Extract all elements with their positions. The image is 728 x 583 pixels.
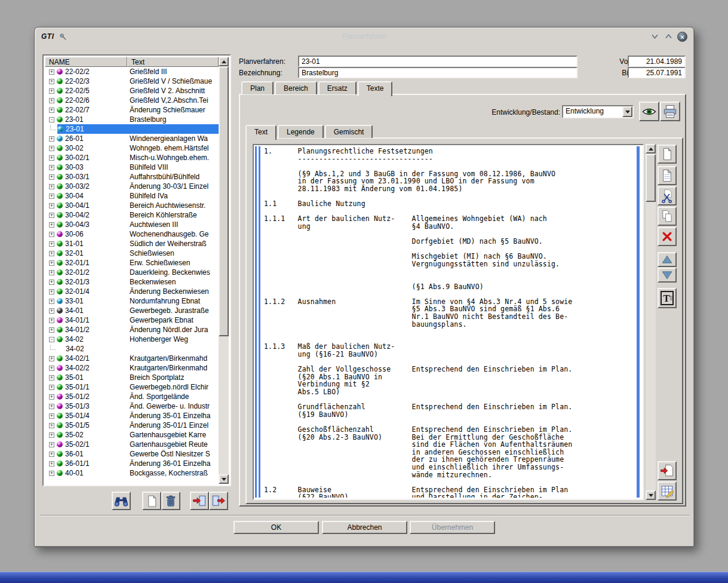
cut-button[interactable]	[658, 186, 677, 205]
expand-icon[interactable]: +	[49, 108, 54, 113]
expand-icon[interactable]: +	[49, 423, 54, 428]
tree-item-34-02[interactable]: -34-02Hohenberger Weg	[45, 335, 219, 344]
expand-icon[interactable]: +	[49, 69, 54, 75]
tree-item-35-01/4[interactable]: +35-01/4Änderung 35-01 Einzelha	[45, 411, 219, 421]
chevron-down-icon[interactable]	[622, 106, 632, 117]
subtab-text[interactable]: Text	[245, 125, 277, 140]
scroll-down-icon[interactable]	[219, 474, 229, 484]
tree-item-36-01/1[interactable]: +36-01/1Änderung 36-01 Einzelha	[45, 459, 219, 468]
tree-item-34-01/2[interactable]: +34-01/2Änderung Nördl.der Jura	[45, 325, 219, 335]
tab-bereich[interactable]: Bereich	[275, 81, 317, 94]
expand-icon[interactable]: +	[49, 136, 54, 142]
expand-icon[interactable]: +	[49, 79, 54, 84]
import-plan-button[interactable]	[190, 492, 209, 510]
tree-header-text[interactable]: Text	[127, 57, 219, 67]
expand-icon[interactable]: +	[49, 194, 54, 199]
load-text-module-button[interactable]	[658, 461, 677, 480]
tree-item-30-04[interactable]: +30-04Bühlfeld IVa	[45, 191, 219, 201]
tree-item-31-01[interactable]: +31-01Südlich der Weiherstraß	[45, 239, 219, 248]
tree-item-22-02/6[interactable]: +22-02/6Grießfeld V,2.Abschn.Tei	[45, 96, 219, 105]
close-icon[interactable]: ×	[677, 32, 687, 42]
delete-plan-button[interactable]	[161, 492, 180, 510]
delete-text-button[interactable]	[658, 227, 677, 246]
tree-item-32-01/2[interactable]: +32-01/2Dauerkleing. Beckenwies	[45, 268, 219, 277]
copy-button[interactable]	[658, 207, 677, 226]
tree-item-32-01/1[interactable]: +32-01/1Erw. Schießwiesen	[45, 258, 219, 268]
expand-icon[interactable]: +	[49, 222, 54, 228]
tree-item-30-03/1[interactable]: +30-03/1Auffahrstbühl/Bühlfeld	[45, 172, 219, 182]
move-up-button[interactable]	[658, 252, 677, 267]
expand-icon[interactable]: +	[49, 404, 54, 409]
expand-icon[interactable]: +	[49, 88, 54, 94]
tree-item-35-01[interactable]: +35-01Breich Sportplatz	[45, 373, 219, 382]
planverfahren-input[interactable]	[298, 56, 578, 67]
expand-icon[interactable]: +	[49, 203, 54, 208]
tree-item-23-01[interactable]: -23-01Brastelburg	[45, 115, 219, 124]
tab-plan[interactable]: Plan	[241, 81, 274, 94]
tree-item-30-02[interactable]: +30-02Wohngeb. ehem.Härtsfel	[45, 143, 219, 153]
insert-text-module-button[interactable]	[658, 166, 677, 185]
tree-item-35-01/3[interactable]: +35-01/3Änd. Gewerbe- u. Industr	[45, 401, 219, 411]
tree-item-34-01/1[interactable]: +34-01/1Gewerbepark Ebnat	[45, 315, 219, 325]
tree-item-22-02/7[interactable]: +22-02/7Änderung Schießmauer	[45, 105, 219, 115]
expand-icon[interactable]: +	[49, 432, 54, 438]
move-down-button[interactable]	[658, 268, 677, 283]
tree-item-36-01[interactable]: +36-01Gewerbe Östl Niesitzer S	[45, 449, 219, 459]
roll-up-icon[interactable]	[664, 32, 673, 41]
editor-scroll-thumb[interactable]	[646, 154, 656, 202]
tree-item-35-01/2[interactable]: +35-01/2Änd. Sportgelände	[45, 392, 219, 401]
tree-item-35-02[interactable]: +35-02Gartenhausgebiet Karre	[45, 430, 219, 440]
von-datum-input[interactable]	[628, 56, 686, 67]
apply-button[interactable]: Übernehmen	[410, 521, 495, 534]
scroll-up-icon[interactable]	[646, 144, 656, 154]
tree-item-34-02[interactable]: 34-02	[45, 344, 219, 354]
expand-icon[interactable]: +	[49, 260, 54, 266]
tree-item-30-02/1[interactable]: +30-02/1Misch-u.Wohngeb.ehem.	[45, 153, 219, 162]
entwicklung-bestand-select[interactable]: Entwicklung	[562, 105, 634, 118]
taskbar[interactable]	[0, 572, 728, 583]
expand-icon[interactable]: +	[49, 471, 54, 476]
tree-item-26-01[interactable]: +26-01Windenergieanlagen Wa	[45, 134, 219, 143]
tree-item-32-01/3[interactable]: +32-01/3Beckenwiesen	[45, 277, 219, 287]
tree-scroll-thumb[interactable]	[219, 66, 229, 336]
expand-icon[interactable]: +	[49, 452, 54, 457]
expand-icon[interactable]: +	[49, 327, 54, 333]
tree-item-30-06[interactable]: +30-06Wochenendhausgeb. Ge	[45, 229, 219, 239]
tree-item-30-04/2[interactable]: +30-04/2Bereich Köhlerstraße	[45, 210, 219, 220]
tree-item-22-02/2[interactable]: +22-02/2Grießfeld III	[45, 67, 219, 76]
tree-item-35-01/5[interactable]: +35-01/5Änderung 35-01/1 Einzel	[45, 421, 219, 430]
tree-item-23-01[interactable]: 23-01	[45, 124, 219, 134]
expand-icon[interactable]: +	[49, 165, 54, 170]
preview-button[interactable]	[639, 102, 659, 121]
tree-item-22-02/5[interactable]: +22-02/5Grießfeld V 2. Abschnitt	[45, 86, 219, 96]
subtab-legende[interactable]: Legende	[278, 125, 324, 138]
tree-scrollbar[interactable]	[219, 57, 229, 484]
bezeichnung-input[interactable]	[298, 67, 578, 78]
tree-item-35-01/1[interactable]: +35-01/1Gewerbegeb.nördl Elchir	[45, 382, 219, 392]
tree-item-30-04/1[interactable]: +30-04/1Bereich Auchtwiesenstr.	[45, 201, 219, 210]
tree-item-33-01[interactable]: +33-01Nordumfahrung Ebnat	[45, 296, 219, 306]
expand-icon[interactable]: +	[49, 308, 54, 314]
expand-icon[interactable]: +	[49, 366, 54, 371]
tree-item-35-02/1[interactable]: +35-02/1Gartenhausgebiet Reute	[45, 440, 219, 449]
expand-icon[interactable]: +	[49, 375, 54, 381]
edit-table-button[interactable]	[658, 481, 677, 501]
expand-icon[interactable]: +	[49, 394, 54, 400]
tree-item-34-02/2[interactable]: +34-02/2Krautgarten/Birkenmahd	[45, 363, 219, 373]
expand-icon[interactable]: +	[49, 174, 54, 180]
expand-icon[interactable]: +	[49, 385, 54, 390]
document-text[interactable]: 1. Planungsrechtliche Festsetzungen ----…	[264, 148, 633, 498]
expand-icon[interactable]: +	[49, 299, 54, 304]
tree-header-name[interactable]: NAME	[45, 57, 127, 67]
tree-item-34-01[interactable]: +34-01Gewerbegeb. Jurastraße	[45, 306, 219, 315]
expand-icon[interactable]: +	[49, 442, 54, 447]
tree-item-30-04/3[interactable]: +30-04/3Auchtwiesen III	[45, 220, 219, 229]
tree-item-34-02/1[interactable]: +34-02/1Krautgarten/Birkenmahd	[45, 354, 219, 363]
search-button[interactable]	[112, 492, 131, 510]
tree-item-32-01/4[interactable]: +32-01/4Änderung Beckenwiesen	[45, 287, 219, 296]
expand-icon[interactable]: +	[49, 241, 54, 247]
tab-ersatz[interactable]: Ersatz	[318, 81, 357, 94]
expand-icon[interactable]: +	[49, 280, 54, 285]
scroll-up-icon[interactable]	[219, 57, 229, 66]
expand-icon[interactable]: +	[49, 270, 54, 275]
